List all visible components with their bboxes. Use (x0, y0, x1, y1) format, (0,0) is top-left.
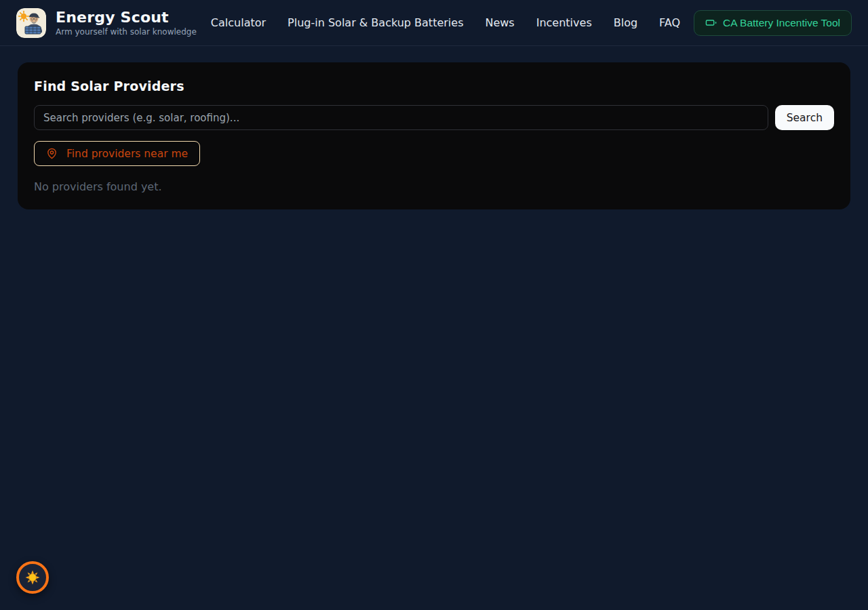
search-row: Search (34, 105, 834, 130)
ca-battery-incentive-tool-button[interactable]: CA Battery Incentive Tool (694, 10, 852, 36)
brand-tagline: Arm yourself with solar knowledge (56, 27, 197, 37)
brand-logo[interactable] (16, 8, 46, 38)
theme-toggle-button[interactable] (16, 561, 49, 594)
brand-text: Energy Scout Arm yourself with solar kno… (56, 9, 197, 37)
sun-icon (24, 569, 41, 586)
nav-link-calculator[interactable]: Calculator (211, 16, 266, 29)
search-button[interactable]: Search (775, 105, 834, 130)
header: Energy Scout Arm yourself with solar kno… (0, 0, 868, 46)
near-me-label: Find providers near me (66, 148, 188, 160)
nav-link-news[interactable]: News (485, 16, 514, 29)
nav-link-blog[interactable]: Blog (614, 16, 637, 29)
find-solar-providers-card: Find Solar Providers Search Find provide… (18, 62, 850, 209)
cta-label: CA Battery Incentive Tool (723, 17, 840, 29)
main-content: Find Solar Providers Search Find provide… (0, 62, 868, 209)
main-nav: Calculator Plug-in Solar & Backup Batter… (211, 16, 680, 29)
battery-icon (705, 17, 717, 28)
nav-link-incentives[interactable]: Incentives (536, 16, 592, 29)
nav-link-faq[interactable]: FAQ (659, 16, 680, 29)
card-title: Find Solar Providers (34, 79, 834, 94)
provider-search-input[interactable] (34, 105, 768, 130)
brand-title: Energy Scout (56, 9, 197, 26)
empty-state-text: No providers found yet. (34, 180, 834, 193)
nav-link-plugin-solar-backup-batteries[interactable]: Plug-in Solar & Backup Batteries (288, 16, 463, 29)
map-pin-icon (46, 148, 58, 159)
solar-installer-avatar-icon (16, 8, 46, 38)
find-providers-near-me-button[interactable]: Find providers near me (34, 141, 200, 166)
